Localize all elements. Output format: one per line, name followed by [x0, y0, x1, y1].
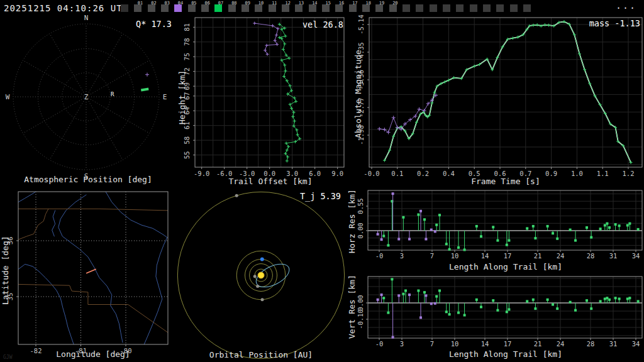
day-indicator-05[interactable]: 05 [188, 4, 196, 12]
tick-label: 14 [481, 252, 489, 260]
day-number: 17 [352, 1, 357, 6]
stem-marker-station-1 [637, 300, 640, 302]
stem-marker-station-1 [534, 237, 536, 239]
tick-label: -0 [375, 340, 384, 348]
tick-label: 10 [451, 252, 459, 260]
stem-marker-station-1 [590, 236, 592, 239]
planet-mercury [253, 275, 257, 278]
tick-label: 17 [504, 252, 512, 260]
day-indicator-empty[interactable] [496, 4, 504, 12]
data-marker [284, 152, 287, 155]
day-indicator-13[interactable]: 13 [295, 4, 303, 12]
data-marker [413, 114, 417, 118]
stem-marker-station-2 [377, 299, 379, 301]
day-indicator-12[interactable]: 12 [282, 4, 289, 12]
tick-label: 3 [400, 340, 404, 348]
stem-marker-station-1 [628, 297, 631, 299]
day-indicator-empty[interactable] [510, 4, 518, 12]
day-indicator-19[interactable]: 19 [375, 4, 383, 12]
day-indicator-empty[interactable] [470, 4, 477, 12]
stem-marker-station-1 [628, 222, 631, 225]
tick-label: -5.14 [357, 14, 365, 35]
map-state-border [18, 209, 168, 211]
data-marker [290, 107, 293, 110]
day-indicator-14[interactable]: 14 [309, 4, 316, 12]
day-number: 05 [191, 1, 196, 6]
stem-marker-station-1 [606, 297, 608, 299]
stem-marker-station-2 [419, 210, 422, 212]
stem-marker-station-1 [435, 224, 438, 226]
day-indicator-04[interactable]: 04 [174, 4, 182, 12]
data-marker [284, 69, 287, 72]
day-indicator-09[interactable]: 09 [242, 4, 249, 12]
overflow-menu-icon[interactable]: ... [616, 0, 636, 11]
plot-frame [368, 277, 642, 338]
day-number: 18 [365, 1, 370, 6]
stem-marker-station-1 [445, 310, 448, 313]
stem-marker-station-1 [547, 299, 549, 301]
data-marker [275, 33, 278, 36]
planet-jupiter [235, 194, 238, 197]
data-marker [285, 141, 288, 145]
day-indicator-10[interactable]: 10 [255, 4, 262, 12]
day-indicator-empty[interactable] [456, 4, 464, 12]
day-indicator-15[interactable]: 15 [322, 4, 330, 12]
day-number: 07 [218, 1, 223, 6]
day-indicator-empty[interactable] [430, 4, 437, 12]
stem-marker-station-2 [425, 238, 427, 240]
map-state-border [18, 209, 48, 239]
data-marker [396, 126, 399, 129]
tick-label: 14 [481, 340, 489, 348]
stem-marker-station-2 [425, 294, 427, 297]
day-indicator-empty[interactable] [483, 4, 491, 12]
day-indicator-11[interactable]: 11 [269, 4, 276, 12]
day-indicator-empty[interactable] [443, 4, 450, 12]
tick-label: 24 [557, 340, 565, 348]
stem-marker-station-2 [408, 293, 411, 296]
stem-marker-station-1 [614, 223, 617, 226]
day-number: 02 [151, 1, 156, 6]
app-window: NSEWZR-9.0-6.0-3.00.03.06.09.08178757269… [0, 0, 644, 362]
day-indicator-empty[interactable] [523, 4, 531, 12]
stem-marker-station-1 [496, 239, 499, 242]
day-number: 15 [325, 1, 330, 6]
day-indicator-empty[interactable] [121, 4, 128, 12]
day-indicator-02[interactable]: 02 [148, 4, 155, 12]
day-indicator-17[interactable]: 17 [349, 4, 357, 12]
polar-spoke [86, 97, 123, 160]
stem-marker-station-2 [430, 302, 433, 305]
day-number: 03 [165, 1, 170, 6]
day-indicator-06[interactable]: 06 [201, 4, 209, 12]
day-indicator-16[interactable]: 16 [335, 4, 343, 12]
stem-marker-station-1 [457, 312, 460, 314]
stem-marker-station-1 [496, 309, 499, 312]
stem-marker-station-1 [464, 314, 466, 317]
tick-label: 31 [609, 252, 618, 260]
polar-spoke [86, 34, 123, 97]
day-indicator-empty[interactable] [402, 4, 410, 12]
tick-label: 34 [632, 252, 640, 260]
tick-label: 28 [587, 252, 595, 260]
tick-label: 55 [183, 151, 191, 159]
stem-marker-station-2 [419, 316, 422, 319]
day-indicator-08[interactable]: 08 [228, 4, 236, 12]
day-indicator-20[interactable]: 20 [389, 4, 397, 12]
data-marker [387, 131, 391, 134]
data-marker [284, 35, 287, 38]
stem-marker-station-2 [377, 233, 379, 236]
tick-label: 81 [183, 23, 191, 31]
day-indicator-01[interactable]: 01 [134, 4, 142, 12]
data-marker [293, 119, 296, 123]
day-indicator-empty[interactable] [416, 4, 423, 12]
map-features [18, 190, 169, 344]
day-indicator-03[interactable]: 03 [161, 4, 169, 12]
data-marker [291, 115, 294, 118]
data-marker [282, 75, 286, 78]
data-marker [283, 42, 286, 45]
day-number: 16 [339, 1, 344, 6]
compass-label-e: E [163, 93, 167, 101]
day-indicator-07[interactable]: 07 [214, 4, 222, 12]
day-indicator-18[interactable]: 18 [362, 4, 370, 12]
tick-label: 10 [451, 340, 459, 348]
data-marker [283, 63, 286, 67]
